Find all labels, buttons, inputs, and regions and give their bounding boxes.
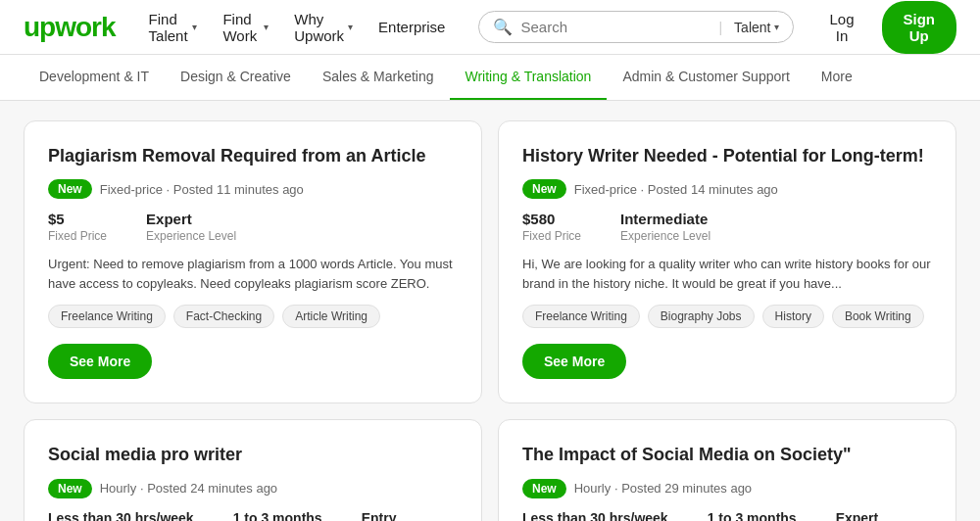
job-price-row-1: $5 Fixed Price Expert Experience Level bbox=[48, 211, 458, 243]
duration-value-4: 1 to 3 months bbox=[708, 510, 797, 521]
jobs-grid: Plagiarism Removal Required from an Arti… bbox=[24, 120, 956, 521]
job-meta-2: New Fixed-price · Posted 14 minutes ago bbox=[522, 179, 932, 199]
job-description-2: Hi, We are looking for a quality writer … bbox=[522, 255, 932, 293]
subnav-item-admin[interactable]: Admin & Customer Support bbox=[607, 55, 805, 100]
upwork-logo[interactable]: upwork bbox=[24, 12, 116, 43]
job-meta-text-3: Hourly · Posted 24 minutes ago bbox=[100, 481, 277, 496]
experience-value-1: Expert bbox=[146, 211, 236, 227]
enterprise-link[interactable]: Enterprise bbox=[368, 13, 455, 41]
job-price-row-2: $580 Fixed Price Intermediate Experience… bbox=[522, 211, 932, 243]
why-upwork-link[interactable]: Why Upwork ▾ bbox=[284, 5, 363, 50]
search-icon: 🔍 bbox=[493, 18, 513, 36]
tag[interactable]: Freelance Writing bbox=[522, 305, 640, 328]
chevron-down-icon: ▾ bbox=[192, 22, 197, 32]
experience-group-4: Expert Experience Level bbox=[836, 510, 926, 521]
subnav-item-sales[interactable]: Sales & Marketing bbox=[307, 55, 450, 100]
price-value-1: $5 bbox=[48, 211, 107, 227]
price-value-2: $580 bbox=[522, 211, 581, 227]
experience-label-2: Experience Level bbox=[620, 229, 710, 243]
tag[interactable]: Freelance Writing bbox=[48, 305, 166, 328]
tag[interactable]: Fact-Checking bbox=[173, 305, 274, 328]
job-title-2: History Writer Needed - Potential for Lo… bbox=[522, 145, 932, 167]
search-input[interactable] bbox=[520, 19, 707, 35]
sub-nav: Development & IT Design & Creative Sales… bbox=[0, 55, 980, 101]
job-description-1: Urgent: Need to remove plagiarism from a… bbox=[48, 255, 458, 293]
badge-new-4: New bbox=[522, 479, 566, 498]
price-group-2: $580 Fixed Price bbox=[522, 211, 581, 243]
job-tags-2: Freelance Writing Biography Jobs History… bbox=[522, 305, 932, 328]
header-right: Log In Sign Up bbox=[817, 1, 956, 54]
duration-value-3: 1 to 3 months bbox=[233, 510, 322, 521]
job-hours-row-4: Less than 30 hrs/week Hours needed 1 to … bbox=[522, 510, 932, 521]
see-more-button-1[interactable]: See More bbox=[48, 344, 152, 379]
job-card-4: The Impact of Social Media on Society" N… bbox=[498, 419, 956, 521]
subnav-item-writing[interactable]: Writing & Translation bbox=[450, 55, 608, 100]
main-content: Plagiarism Removal Required from an Arti… bbox=[0, 101, 980, 521]
job-meta-text-4: Hourly · Posted 29 minutes ago bbox=[574, 481, 752, 496]
header: upwork Find Talent ▾ Find Work ▾ Why Upw… bbox=[0, 0, 980, 55]
hours-group-4: Less than 30 hrs/week Hours needed bbox=[522, 510, 668, 521]
duration-group-4: 1 to 3 months Duration bbox=[708, 510, 797, 521]
find-talent-link[interactable]: Find Talent ▾ bbox=[139, 5, 208, 50]
subnav-item-design[interactable]: Design & Creative bbox=[165, 55, 307, 100]
experience-value-4: Expert bbox=[836, 510, 926, 521]
chevron-down-icon: ▾ bbox=[774, 22, 779, 32]
tag[interactable]: Biography Jobs bbox=[648, 305, 755, 328]
price-group-1: $5 Fixed Price bbox=[48, 211, 107, 243]
experience-label-1: Experience Level bbox=[146, 229, 236, 243]
tag[interactable]: History bbox=[762, 305, 824, 328]
experience-value-2: Intermediate bbox=[620, 211, 710, 227]
tag[interactable]: Article Writing bbox=[282, 305, 380, 328]
see-more-button-2[interactable]: See More bbox=[522, 344, 626, 379]
chevron-down-icon: ▾ bbox=[348, 22, 353, 32]
experience-group-2: Intermediate Experience Level bbox=[620, 211, 710, 243]
hours-group-3: Less than 30 hrs/week Hours needed bbox=[48, 510, 194, 521]
job-meta-3: New Hourly · Posted 24 minutes ago bbox=[48, 479, 458, 498]
divider: | bbox=[718, 20, 722, 35]
chevron-down-icon: ▾ bbox=[264, 22, 269, 32]
job-hours-row-3: Less than 30 hrs/week Hours needed 1 to … bbox=[48, 510, 458, 521]
experience-group-1: Expert Experience Level bbox=[146, 211, 236, 243]
subnav-item-development[interactable]: Development & IT bbox=[24, 55, 165, 100]
job-meta-1: New Fixed-price · Posted 11 minutes ago bbox=[48, 179, 458, 199]
hours-value-3: Less than 30 hrs/week bbox=[48, 510, 194, 521]
main-nav: Find Talent ▾ Find Work ▾ Why Upwork ▾ E… bbox=[139, 5, 456, 50]
price-label-2: Fixed Price bbox=[522, 229, 581, 243]
job-meta-text-1: Fixed-price · Posted 11 minutes ago bbox=[100, 182, 304, 197]
job-title-3: Social media pro writer bbox=[48, 444, 458, 466]
job-title-4: The Impact of Social Media on Society" bbox=[522, 444, 932, 466]
badge-new-1: New bbox=[48, 179, 92, 199]
job-tags-1: Freelance Writing Fact-Checking Article … bbox=[48, 305, 458, 328]
job-card-2: History Writer Needed - Potential for Lo… bbox=[498, 120, 956, 403]
hours-value-4: Less than 30 hrs/week bbox=[522, 510, 668, 521]
badge-new-2: New bbox=[522, 179, 566, 199]
duration-group-3: 1 to 3 months Duration bbox=[233, 510, 322, 521]
job-meta-4: New Hourly · Posted 29 minutes ago bbox=[522, 479, 932, 498]
experience-value-3: Entry bbox=[362, 510, 452, 521]
search-bar[interactable]: 🔍 | Talent ▾ bbox=[478, 11, 794, 43]
tag[interactable]: Book Writing bbox=[832, 305, 924, 328]
job-card-3: Social media pro writer New Hourly · Pos… bbox=[24, 419, 482, 521]
subnav-item-more[interactable]: More bbox=[806, 55, 868, 100]
price-label-1: Fixed Price bbox=[48, 229, 107, 243]
find-work-link[interactable]: Find Work ▾ bbox=[213, 5, 278, 50]
job-card-1: Plagiarism Removal Required from an Arti… bbox=[24, 120, 482, 403]
experience-group-3: Entry Experience Level bbox=[362, 510, 452, 521]
job-meta-text-2: Fixed-price · Posted 14 minutes ago bbox=[574, 182, 778, 197]
job-title-1: Plagiarism Removal Required from an Arti… bbox=[48, 145, 458, 167]
badge-new-3: New bbox=[48, 479, 92, 498]
talent-dropdown[interactable]: Talent ▾ bbox=[734, 20, 779, 35]
login-button[interactable]: Log In bbox=[817, 5, 865, 50]
signup-button[interactable]: Sign Up bbox=[882, 1, 957, 54]
